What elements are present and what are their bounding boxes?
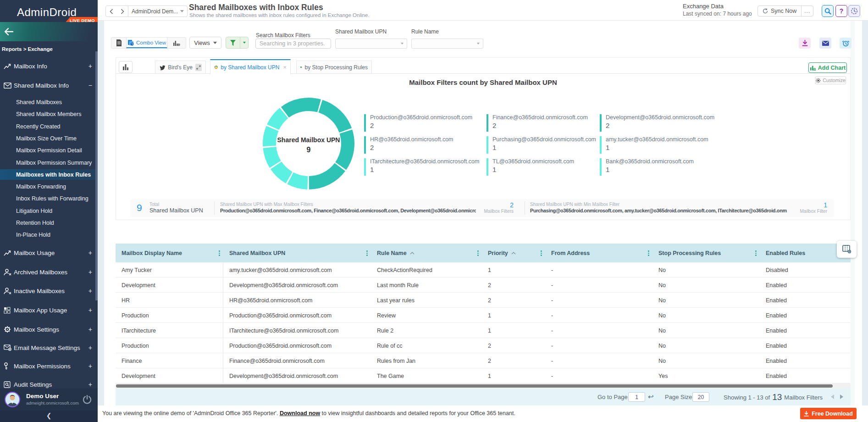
filter-options-button[interactable] — [240, 37, 248, 48]
schedule-button[interactable] — [840, 38, 851, 49]
download-now-link[interactable]: Download now — [280, 410, 320, 416]
enter-icon: ↩ — [648, 393, 654, 401]
sidebar-item-email-message-settings[interactable]: Email Message Settings+ — [0, 343, 98, 353]
sidebar-item-retention-hold[interactable]: Retention Hold — [0, 217, 98, 228]
power-icon[interactable] — [82, 394, 92, 405]
tab-by-stop-processing-rules[interactable]: by Stop Processing Rules — [296, 61, 372, 74]
legend-item[interactable]: HR@o365droid.onmicrosoft.com2 — [364, 136, 453, 154]
sync-more-button[interactable]: ... — [801, 6, 813, 16]
prev-page-button[interactable] — [831, 394, 834, 399]
table-row[interactable]: Amy Tuckeramy.tucker@o365droid.onmicroso… — [116, 262, 851, 278]
table-row[interactable]: ITarchitectureITarchitecture@o365droid.o… — [116, 323, 851, 338]
column-header-stop-processing-rules[interactable]: Stop Processing Rules — [652, 244, 760, 262]
column-header-mailbox-display-name[interactable]: Mailbox Display Name — [116, 244, 223, 262]
column-menu-icon[interactable] — [366, 250, 368, 256]
sidebar-item-inbox-rules-with-forwarding[interactable]: Inbox Rules with Forwarding — [0, 193, 98, 204]
column-settings-button[interactable] — [837, 241, 857, 258]
sidebar-item-mailbox-usage[interactable]: Mailbox Usage+ — [0, 248, 98, 258]
cell: Production — [116, 338, 223, 353]
column-menu-icon[interactable] — [541, 250, 542, 256]
next-page-button[interactable] — [840, 394, 843, 399]
sidebar-item-mailbox-size-over-time[interactable]: Mailbox Size Over Time — [0, 133, 98, 144]
table-row[interactable]: ProductionProduction@o365droid.onmicroso… — [116, 308, 851, 323]
legend-item[interactable]: ITarchitecture@o365droid.onmicrosoft.com… — [364, 158, 480, 176]
email-button[interactable] — [819, 38, 831, 49]
global-search-button[interactable] — [822, 5, 834, 17]
column-menu-icon[interactable] — [477, 250, 479, 256]
summary-min-value: Purchasing@o365droid.onmicrosoft.com, am… — [530, 208, 787, 213]
sidebar-item-inactive-mailboxes[interactable]: Inactive Mailboxes+ — [0, 286, 98, 296]
refresh-icon — [763, 8, 768, 14]
sidebar-item-mailbox-permissions[interactable]: Mailbox Permissions+ — [0, 361, 98, 371]
nav-forward-button[interactable] — [117, 6, 128, 17]
table-row[interactable]: DevelopmentDevelopment@o365droid.onmicro… — [116, 368, 851, 383]
sidebar-item-mailbox-permission-detail[interactable]: Mailbox Permission Detail — [0, 145, 98, 155]
add-chart-button[interactable]: Add Chart — [808, 62, 847, 73]
sidebar-item-mailbox-info[interactable]: Mailbox Info+ — [0, 61, 98, 71]
page-scrollbar-track[interactable] — [855, 21, 862, 422]
filter-button[interactable] — [226, 37, 240, 48]
workspace-dropdown[interactable]: AdminDroid Dem... — [128, 6, 187, 17]
column-header-from-address[interactable]: From Address — [545, 244, 652, 262]
chart-view-tab[interactable] — [167, 38, 186, 48]
sidebar-item-mailbox-permission-summary[interactable]: Mailbox Permission Summary — [0, 157, 98, 168]
task-status-button[interactable] — [848, 5, 860, 17]
table-row[interactable]: FinanceFinance@o365droid.onmicrosoft.com… — [116, 353, 851, 368]
legend-item[interactable]: Bank@o365droid.onmicrosoft.com1 — [600, 158, 694, 176]
sidebar-item-recently-created[interactable]: Recently Created — [0, 121, 98, 132]
search-input[interactable] — [255, 39, 331, 49]
cell: No — [652, 323, 760, 338]
legend-item[interactable]: Purchasing@o365droid.onmicrosoft.com1 — [487, 136, 596, 154]
collapse-icon: − — [88, 82, 92, 89]
sidebar-item-mailbox-settings[interactable]: Mailbox Settings+ — [0, 324, 98, 334]
rule-name-filter-dropdown[interactable] — [411, 39, 483, 49]
sidebar-item-shared-mailboxes[interactable]: Shared Mailboxes — [0, 97, 98, 107]
expand-icon: + — [88, 306, 92, 314]
sidebar-item-in-place-hold[interactable]: In-Place Hold — [0, 229, 98, 240]
goto-page-input[interactable] — [628, 392, 645, 402]
tab-birds-eye[interactable]: Bird's Eye — [155, 61, 206, 74]
upn-filter-dropdown[interactable] — [335, 39, 407, 49]
table-row[interactable]: DevelopmentDevelopment@o365droid.onmicro… — [116, 278, 851, 293]
combo-view-tab[interactable]: Combo View — [126, 38, 167, 48]
column-header-rule-name[interactable]: Rule Name — [371, 244, 482, 262]
chart-list-button[interactable] — [119, 61, 133, 73]
horizontal-scrollbar-thumb[interactable] — [116, 384, 833, 388]
grid-view-tab[interactable] — [111, 38, 126, 48]
sidebar-collapse-button[interactable]: ❮ — [0, 411, 98, 422]
sidebar-scrollbar[interactable] — [95, 51, 98, 300]
column-header-priority[interactable]: Priority — [482, 244, 545, 262]
sidebar-item-mailbox-app-usage[interactable]: Mailbox App Usage+ — [0, 305, 98, 315]
column-menu-icon[interactable] — [755, 250, 757, 256]
legend-item[interactable]: Production@o365droid.onmicrosoft.com2 — [364, 114, 472, 132]
legend-item[interactable]: Finance@o365droid.onmicrosoft.com2 — [487, 114, 588, 132]
cell: 2 — [482, 353, 545, 368]
legend-item[interactable]: TL@o365droid.onmicrosoft.com1 — [487, 158, 574, 176]
tab-by-shared-mailbox-upn[interactable]: by Shared Mailbox UPN × — [210, 59, 291, 74]
sidebar-item-shared-mailbox-members[interactable]: Shared Mailbox Members — [0, 109, 98, 119]
expand-icon[interactable] — [195, 64, 202, 71]
sync-now-button[interactable]: Sync Now — [758, 6, 801, 16]
sidebar-item-archived-mailboxes[interactable]: Archived Mailboxes+ — [0, 267, 98, 277]
help-button[interactable]: ? — [835, 5, 847, 17]
legend-item[interactable]: Development@o365droid.onmicrosoft.com2 — [600, 114, 714, 132]
table-row[interactable]: ProductionProduction@o365droid.onmicroso… — [116, 338, 851, 353]
legend-item[interactable]: amy.tucker@o365droid.onmicrosoft.com1 — [600, 136, 708, 154]
column-header-shared-mailbox-upn[interactable]: Shared Mailbox UPN — [223, 244, 371, 262]
sidebar-item-mailbox-forwarding[interactable]: Mailbox Forwarding — [0, 181, 98, 192]
column-menu-icon[interactable] — [219, 250, 220, 256]
close-icon[interactable]: × — [283, 64, 287, 71]
column-menu-icon[interactable] — [648, 250, 649, 256]
table-row[interactable]: HRHR@o365droid.onmicrosoft.comLast year … — [116, 293, 851, 308]
nav-back-button[interactable] — [106, 6, 117, 17]
sidebar-item-mailboxes-with-inbox-rules[interactable]: Mailboxes with Inbox Rules — [0, 169, 98, 180]
sidebar-item-litigation-hold[interactable]: Litigation Hold — [0, 205, 98, 216]
avatar[interactable] — [5, 392, 20, 407]
page-size-input[interactable] — [692, 392, 709, 402]
export-button[interactable] — [799, 38, 811, 49]
sidebar-item-shared-mailbox-info[interactable]: Shared Mailbox Info− — [0, 80, 98, 90]
free-download-button[interactable]: Free Download — [800, 408, 857, 419]
views-dropdown[interactable]: Views — [189, 37, 221, 49]
sidebar-item-audit-settings[interactable]: Audit Settings+ — [0, 379, 98, 389]
back-arrow-icon[interactable] — [4, 27, 14, 37]
